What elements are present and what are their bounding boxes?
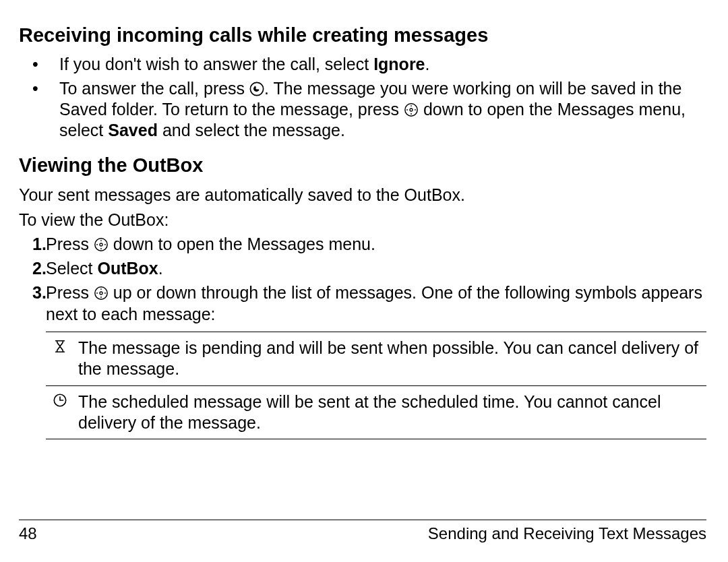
heading-outbox: Viewing the OutBox — [19, 153, 706, 177]
svg-point-6 — [415, 109, 416, 111]
text: up or down through the list of messages.… — [46, 283, 702, 323]
svg-point-3 — [411, 105, 412, 106]
bullet-item: • If you don't wish to answer the call, … — [19, 54, 706, 75]
svg-point-10 — [100, 248, 102, 249]
nav-icon — [94, 284, 109, 299]
list-item: 1. Press down to open the Messages menu. — [19, 233, 706, 255]
clock-icon — [46, 385, 75, 439]
svg-point-18 — [104, 292, 106, 294]
svg-point-8 — [100, 243, 102, 246]
text-bold: Saved — [108, 121, 158, 139]
svg-point-14 — [100, 292, 102, 294]
svg-point-12 — [104, 244, 106, 245]
hourglass-icon — [46, 332, 75, 386]
step-number: 2. — [19, 257, 46, 279]
call-icon — [249, 80, 264, 95]
svg-point-17 — [96, 292, 98, 294]
svg-point-15 — [100, 288, 102, 290]
svg-point-4 — [411, 113, 412, 115]
text: Press — [46, 283, 94, 302]
bullet-dot: • — [19, 54, 59, 75]
text: and select the message. — [158, 121, 345, 139]
text: down to open the Messages menu. — [109, 235, 375, 253]
bullet-text: To answer the call, press . The message … — [59, 78, 706, 142]
symbol-description: The message is pending and will be sent … — [75, 332, 706, 386]
table-row: The scheduled message will be sent at th… — [46, 385, 706, 439]
chapter-title: Sending and Receiving Text Messages — [428, 524, 706, 543]
text: Select — [46, 259, 97, 278]
step-text: Press down to open the Messages menu. — [46, 233, 706, 255]
svg-point-11 — [96, 244, 98, 245]
symbol-table: The message is pending and will be sent … — [46, 332, 706, 439]
text: To answer the call, press — [59, 79, 249, 98]
page-number: 48 — [19, 524, 37, 543]
text-bold: OutBox — [97, 259, 158, 278]
step-text: Press up or down through the list of mes… — [46, 282, 706, 325]
svg-point-0 — [250, 82, 263, 95]
step-text: Select OutBox. — [46, 257, 706, 279]
svg-point-9 — [100, 240, 102, 241]
text-bold: Ignore — [373, 55, 425, 73]
bulleted-list: • If you don't wish to answer the call, … — [19, 54, 706, 141]
paragraph: Your sent messages are automatically sav… — [19, 185, 706, 206]
svg-point-2 — [410, 108, 413, 111]
page-footer: 48 Sending and Receiving Text Messages — [19, 520, 706, 543]
nav-icon — [94, 235, 109, 250]
text: . — [158, 259, 163, 278]
text: If you don't wish to answer the call, se… — [59, 55, 373, 73]
bullet-item: • To answer the call, press . The messag… — [19, 78, 706, 142]
text: Press — [46, 235, 94, 253]
text: . — [425, 55, 430, 73]
heading-incoming-calls: Receiving incoming calls while creating … — [19, 23, 706, 47]
table-row: The message is pending and will be sent … — [46, 332, 706, 386]
list-item: 2. Select OutBox. — [19, 257, 706, 279]
bullet-text: If you don't wish to answer the call, se… — [59, 54, 706, 75]
symbol-description: The scheduled message will be sent at th… — [75, 385, 706, 439]
step-number: 3. — [19, 282, 46, 303]
bullet-dot: • — [19, 78, 59, 99]
svg-point-5 — [406, 109, 408, 111]
step-number: 1. — [19, 233, 46, 255]
nav-icon — [404, 101, 419, 116]
svg-point-16 — [100, 296, 102, 298]
paragraph: To view the OutBox: — [19, 210, 706, 230]
list-item: 3. Press up or down through the list of … — [19, 282, 706, 325]
numbered-list: 1. Press down to open the Messages menu.… — [19, 233, 706, 325]
